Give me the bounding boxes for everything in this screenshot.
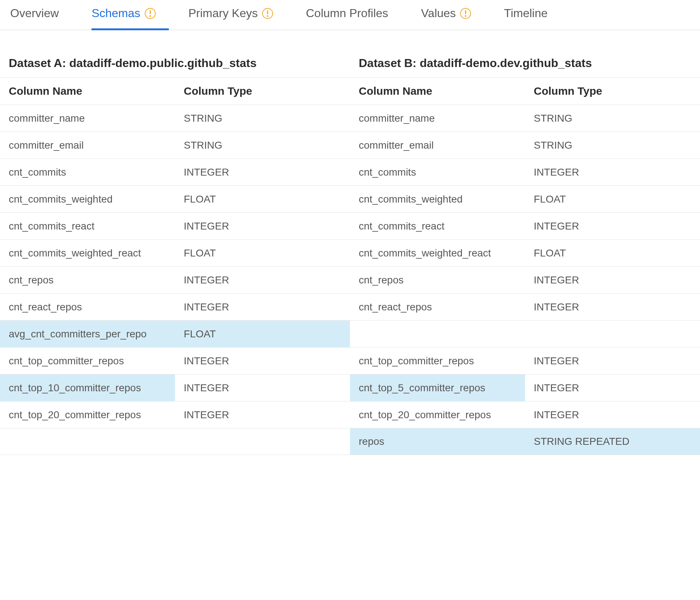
- column-type-header: Column Type: [525, 78, 700, 105]
- table-row: cnt_top_10_committer_reposINTEGER: [0, 374, 350, 401]
- column-type-cell: INTEGER: [525, 213, 700, 239]
- table-row: [0, 428, 350, 455]
- schema-compare: Dataset A: datadiff-demo.public.github_s…: [0, 56, 700, 455]
- column-type-cell: INTEGER: [175, 294, 350, 320]
- column-type-cell: INTEGER: [525, 267, 700, 293]
- column-type-cell: FLOAT: [175, 240, 350, 266]
- table-row: cnt_commitsINTEGER: [350, 158, 700, 185]
- column-type-cell: INTEGER: [175, 348, 350, 374]
- table-row: committer_emailSTRING: [0, 132, 350, 158]
- column-type-cell: INTEGER: [175, 159, 350, 185]
- column-name-cell: cnt_top_5_committer_repos: [350, 374, 525, 401]
- tab-schemas[interactable]: Schemas: [92, 7, 155, 30]
- svg-rect-2: [267, 10, 268, 14]
- column-type-cell: STRING: [525, 132, 700, 158]
- column-name-cell: [0, 428, 175, 455]
- column-type-cell: INTEGER: [175, 401, 350, 428]
- column-type-cell: INTEGER: [525, 294, 700, 320]
- column-name-cell: committer_name: [350, 105, 525, 132]
- column-name-cell: cnt_top_committer_repos: [0, 348, 175, 374]
- tab-label: Schemas: [92, 7, 140, 20]
- column-name-cell: cnt_repos: [350, 267, 525, 293]
- tab-column-profiles[interactable]: Column Profiles: [306, 7, 388, 30]
- table-row: cnt_commits_weighted_reactFLOAT: [350, 239, 700, 266]
- tab-label: Values: [421, 7, 456, 20]
- svg-rect-4: [465, 10, 466, 14]
- column-name-cell: cnt_commits_react: [0, 213, 175, 239]
- table-row: committer_nameSTRING: [350, 105, 700, 132]
- tab-primary-keys[interactable]: Primary Keys: [188, 7, 273, 30]
- svg-point-5: [465, 15, 466, 16]
- dataset-b: Dataset B: datadiff-demo.dev.github_stat…: [350, 56, 700, 455]
- column-type-cell: INTEGER: [175, 374, 350, 401]
- column-type-cell: STRING: [175, 105, 350, 132]
- column-name-cell: cnt_react_repos: [350, 294, 525, 320]
- column-name-cell: cnt_top_20_committer_repos: [350, 401, 525, 428]
- dataset-b-title: Dataset B: datadiff-demo.dev.github_stat…: [350, 56, 700, 77]
- table-row: cnt_commits_reactINTEGER: [350, 212, 700, 239]
- column-name-cell: cnt_commits: [0, 159, 175, 185]
- column-name-header: Column Name: [0, 78, 175, 105]
- table-row: cnt_commits_weightedFLOAT: [350, 185, 700, 212]
- tab-label: Timeline: [504, 7, 548, 20]
- svg-point-1: [149, 15, 151, 16]
- table-row: cnt_top_5_committer_reposINTEGER: [350, 374, 700, 401]
- tabs: OverviewSchemasPrimary KeysColumn Profil…: [0, 0, 700, 30]
- svg-rect-0: [149, 10, 151, 14]
- tab-label: Overview: [10, 7, 59, 20]
- tab-label: Column Profiles: [306, 7, 388, 20]
- table-row: cnt_react_reposINTEGER: [350, 293, 700, 320]
- column-name-cell: cnt_top_20_committer_repos: [0, 401, 175, 428]
- column-type-cell: INTEGER: [175, 213, 350, 239]
- column-type-cell: [175, 428, 350, 455]
- column-type-header: Column Type: [175, 78, 350, 105]
- table-row: reposSTRING REPEATED: [350, 428, 700, 455]
- column-type-cell: [525, 321, 700, 347]
- table-row: avg_cnt_committers_per_repoFLOAT: [0, 320, 350, 347]
- table-row: cnt_commits_reactINTEGER: [0, 212, 350, 239]
- tab-values[interactable]: Values: [421, 7, 471, 30]
- column-type-cell: INTEGER: [525, 374, 700, 401]
- column-type-cell: FLOAT: [525, 240, 700, 266]
- column-name-cell: committer_name: [0, 105, 175, 132]
- tab-overview[interactable]: Overview: [10, 7, 59, 30]
- column-name-cell: cnt_top_10_committer_repos: [0, 374, 175, 401]
- table-row: cnt_commits_weighted_reactFLOAT: [0, 239, 350, 266]
- column-type-cell: INTEGER: [525, 159, 700, 185]
- column-name-cell: avg_cnt_committers_per_repo: [0, 321, 175, 347]
- tab-label: Primary Keys: [188, 7, 258, 20]
- column-type-cell: STRING: [525, 105, 700, 132]
- column-name-cell: cnt_top_committer_repos: [350, 348, 525, 374]
- table-row: cnt_react_reposINTEGER: [0, 293, 350, 320]
- column-name-cell: committer_email: [0, 132, 175, 158]
- table-row: cnt_top_committer_reposINTEGER: [350, 347, 700, 374]
- column-name-cell: cnt_repos: [0, 267, 175, 293]
- dataset-b-header: Column Name Column Type: [350, 77, 700, 105]
- column-name-cell: cnt_commits_weighted_react: [0, 240, 175, 266]
- column-name-cell: cnt_commits_weighted_react: [350, 240, 525, 266]
- table-row: [350, 320, 700, 347]
- column-name-cell: cnt_commits_weighted: [0, 186, 175, 212]
- table-row: cnt_commitsINTEGER: [0, 158, 350, 185]
- column-name-cell: cnt_commits: [350, 159, 525, 185]
- column-type-cell: FLOAT: [525, 186, 700, 212]
- column-name-cell: cnt_commits_react: [350, 213, 525, 239]
- column-type-cell: INTEGER: [175, 267, 350, 293]
- column-type-cell: FLOAT: [175, 186, 350, 212]
- table-row: cnt_top_20_committer_reposINTEGER: [0, 401, 350, 428]
- column-type-cell: STRING: [175, 132, 350, 158]
- column-name-cell: repos: [350, 428, 525, 455]
- table-row: cnt_reposINTEGER: [350, 266, 700, 293]
- column-name-cell: cnt_react_repos: [0, 294, 175, 320]
- table-row: cnt_top_committer_reposINTEGER: [0, 347, 350, 374]
- warning-icon: [145, 8, 156, 19]
- tab-timeline[interactable]: Timeline: [504, 7, 548, 30]
- dataset-a-header: Column Name Column Type: [0, 77, 350, 105]
- dataset-a-title: Dataset A: datadiff-demo.public.github_s…: [0, 56, 350, 77]
- dataset-a: Dataset A: datadiff-demo.public.github_s…: [0, 56, 350, 455]
- column-name-cell: committer_email: [350, 132, 525, 158]
- table-row: cnt_commits_weightedFLOAT: [0, 185, 350, 212]
- warning-icon: [460, 8, 471, 19]
- column-name-cell: [350, 321, 525, 347]
- column-type-cell: INTEGER: [525, 401, 700, 428]
